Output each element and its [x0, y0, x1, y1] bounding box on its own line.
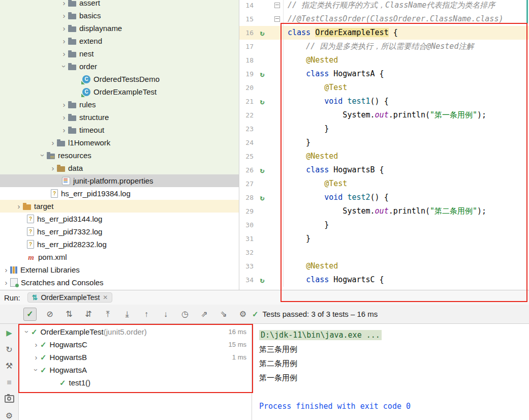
tree-item[interactable]: ›displayname	[0, 22, 239, 35]
tree-item[interactable]: hs_err_pid7332.log	[0, 225, 239, 238]
code-line[interactable]: 16↻class OrderExampleTest {	[239, 26, 529, 40]
fold-marker-icon[interactable]	[271, 1, 283, 10]
next-failed-icon[interactable]: ↓	[160, 308, 172, 320]
code-line[interactable]: 33 @Nested	[239, 259, 529, 273]
chevron-icon[interactable]: ›	[32, 353, 40, 362]
tree-item[interactable]: ›assert	[0, 0, 239, 9]
rerun-icon[interactable]: ↻	[4, 345, 15, 355]
run-icon[interactable]: ▶	[4, 328, 15, 338]
run-test-icon[interactable]: ↻	[254, 166, 271, 175]
console-output[interactable]: D:\jdk-11\bin\java.exe ...第三条用例第二条用例第一条用…	[252, 324, 529, 420]
test-tree-row[interactable]: ›✓HogwartsA	[19, 364, 252, 376]
chevron-icon[interactable]: ›	[60, 126, 68, 134]
chevron-icon[interactable]: ›	[60, 24, 68, 33]
code-editor[interactable]: 14// 指定类执行顺序的方式，ClassName代表指定为类名排序15//@T…	[239, 0, 529, 290]
run-test-icon[interactable]: ↻	[254, 276, 271, 285]
chevron-icon[interactable]: ›	[60, 37, 68, 45]
chevron-icon[interactable]: ›	[60, 11, 68, 20]
code-line[interactable]: 29 System.out.println("第二条用例");	[239, 204, 529, 218]
code-line[interactable]: 23 }	[239, 122, 529, 136]
tree-item[interactable]: OrderExampleTest	[0, 85, 239, 98]
close-icon[interactable]: ✕	[103, 294, 108, 301]
tree-item[interactable]: OrderedTestsDemo	[0, 73, 239, 85]
code-line[interactable]: 25 @Nested	[239, 149, 529, 163]
run-test-icon[interactable]: ↻	[254, 193, 271, 202]
fold-marker-icon[interactable]	[271, 15, 283, 24]
code-line[interactable]: 18 @Nested	[239, 53, 529, 67]
build-icon[interactable]: ⚒	[4, 361, 15, 371]
stop-icon[interactable]: ■	[4, 378, 15, 388]
code-line[interactable]: 28↻ void test2() {	[239, 191, 529, 204]
sort-by-duration-icon[interactable]: ⇵	[82, 308, 95, 320]
chevron-icon[interactable]: ›	[60, 100, 68, 109]
test-history-icon[interactable]: ◷	[179, 308, 191, 320]
chevron-icon[interactable]: ›	[2, 278, 10, 287]
code-line[interactable]: 14// 指定类执行顺序的方式，ClassName代表指定为类名排序	[239, 0, 529, 12]
chevron-icon[interactable]: ›	[60, 49, 68, 58]
settings-icon[interactable]: ⚙	[237, 308, 249, 320]
run-test-icon[interactable]: ↻	[254, 28, 271, 38]
tree-item[interactable]: ›resources	[0, 149, 239, 162]
code-line[interactable]: 21↻ void test1() {	[239, 95, 529, 108]
camera-icon[interactable]	[4, 394, 15, 404]
code-line[interactable]: 15//@TestClassOrder(ClassOrderer.ClassNa…	[239, 12, 529, 26]
chevron-icon[interactable]: ›	[15, 202, 23, 211]
chevron-icon[interactable]: ›	[23, 328, 32, 336]
tree-item[interactable]: ›extend	[0, 35, 239, 47]
previous-failed-icon[interactable]: ↑	[140, 308, 152, 320]
run-tab[interactable]: ⇅ OrderExampleTest ✕	[27, 292, 113, 303]
tree-item[interactable]: ›data	[0, 162, 239, 174]
code-line[interactable]: 30 }	[239, 218, 529, 232]
tree-item[interactable]: hs_err_pid19384.log	[0, 187, 239, 200]
tree-item[interactable]: junit-platform.properties	[0, 174, 239, 187]
tree-item[interactable]: ›l1Homework	[0, 136, 239, 149]
test-tree-row[interactable]: ›✓HogwartsB1 ms	[19, 351, 252, 364]
code-line[interactable]: 20 @Test	[239, 81, 529, 95]
code-line[interactable]: 19↻ class HogwartsA {	[239, 67, 529, 81]
show-ignored-icon[interactable]: ⊘	[44, 308, 56, 320]
collapse-all-icon[interactable]: ⤓	[121, 308, 133, 320]
code-line[interactable]: 26↻ class HogwartsB {	[239, 163, 529, 177]
status-check-icon: ✓	[252, 310, 259, 319]
code-line[interactable]: 34↻ class HogwartsC {	[239, 273, 529, 287]
tree-item[interactable]: ›basics	[0, 9, 239, 22]
chevron-icon[interactable]: ›	[49, 164, 57, 172]
show-passed-icon[interactable]: ✓	[23, 308, 37, 321]
test-tree-row[interactable]: ›✓OrderExampleTest (junit5.order)16 ms	[19, 325, 252, 338]
tree-item[interactable]: pom.xml	[0, 251, 239, 263]
chevron-icon[interactable]: ›	[60, 113, 68, 122]
tree-item[interactable]: ›timeout	[0, 124, 239, 136]
tree-item[interactable]: ›rules	[0, 98, 239, 111]
tree-item[interactable]: ›nest	[0, 47, 239, 60]
chevron-icon[interactable]: ›	[2, 265, 10, 274]
code-line[interactable]: 22 System.out.println("第一条用例");	[239, 108, 529, 122]
tree-item[interactable]: hs_err_pid28232.log	[0, 238, 239, 251]
tree-item[interactable]: ›Scratches and Consoles	[0, 276, 239, 289]
tree-item[interactable]: hs_err_pid3144.log	[0, 213, 239, 225]
run-test-icon[interactable]: ↻	[254, 70, 271, 79]
chevron-icon[interactable]: ›	[32, 366, 41, 374]
tree-item[interactable]: ›target	[0, 200, 239, 213]
tree-item[interactable]: ›External Libraries	[0, 263, 239, 276]
tree-item[interactable]: ›structure	[0, 111, 239, 124]
chevron-icon[interactable]: ›	[39, 152, 47, 160]
sort-alphabetically-icon[interactable]: ⇅	[63, 308, 75, 320]
export-results-icon[interactable]: ⇘	[217, 308, 230, 320]
run-test-icon[interactable]: ↻	[254, 97, 271, 106]
code-line[interactable]: 24 }	[239, 136, 529, 149]
chevron-icon[interactable]: ›	[60, 0, 68, 7]
test-tree-row[interactable]: ✓test1()	[19, 376, 252, 389]
code-line[interactable]: 27 @Test	[239, 177, 529, 191]
scrollbar-marker[interactable]	[526, 0, 528, 23]
expand-all-icon[interactable]: ⤒	[102, 308, 114, 320]
code-line[interactable]: 32	[239, 246, 529, 259]
chevron-icon[interactable]: ›	[60, 63, 69, 71]
test-tree-row[interactable]: ›✓HogwartsC15 ms	[19, 338, 252, 351]
settings-icon[interactable]: ⚙	[4, 411, 15, 420]
chevron-icon[interactable]: ›	[32, 340, 40, 349]
chevron-icon[interactable]: ›	[49, 138, 57, 147]
code-line[interactable]: 31 }	[239, 232, 529, 246]
code-line[interactable]: 17 // 因为是多类执行，所以需要结合@Nested注解	[239, 40, 529, 53]
tree-item[interactable]: ›order	[0, 60, 239, 73]
import-results-icon[interactable]: ⇗	[198, 308, 210, 320]
